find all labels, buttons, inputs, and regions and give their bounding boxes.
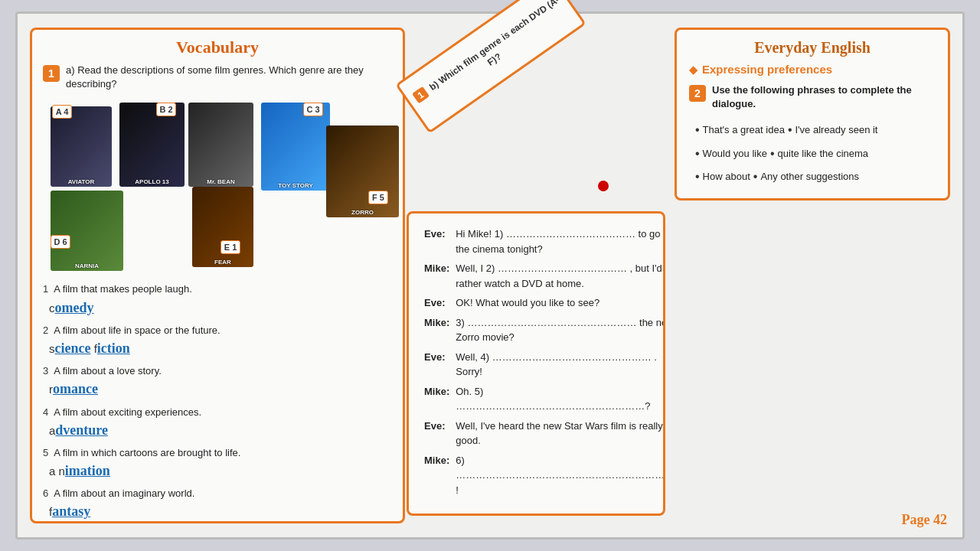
line-mike-2: 3) …………………………………………… the new Zorro movie… xyxy=(452,313,665,347)
poster-fear: FEAR xyxy=(192,187,253,267)
phrase-5: How about xyxy=(703,168,750,187)
left-panel: Vocabulary 1 a) Read the descriptions of… xyxy=(30,28,405,523)
dialogue-row-1: Eve: Hi Mike! 1) ………………………………… to go to … xyxy=(421,224,665,259)
banner-badge: 1 xyxy=(412,86,430,104)
line-eve-3: Well, 4) ………………………………………… . Sorry! xyxy=(452,347,665,382)
expressing-pref-text: Expressing preferences xyxy=(702,63,832,76)
dialogue-row-2: Mike: Well, I 2) ………………………………… , but I'd… xyxy=(421,259,665,293)
genre-list: 1 A film that makes people laugh. comedy… xyxy=(43,282,392,521)
poster-aviator: AVIATOR xyxy=(51,106,112,187)
speaker-mike-4: Mike: xyxy=(421,451,452,500)
dialogue-table: Eve: Hi Mike! 1) ………………………………… to go to … xyxy=(421,224,665,500)
section2-text: Use the following phrases to complete th… xyxy=(712,83,936,111)
dvd-label-f: F 5 xyxy=(368,191,388,204)
line-eve-4: Well, I've heard the new Star Wars film … xyxy=(452,416,665,451)
phrase-row-1: • That's a great idea • I've already see… xyxy=(692,119,936,142)
poster-zorro: ZORRO xyxy=(326,126,399,217)
speaker-eve-2: Eve: xyxy=(421,293,452,313)
dvd-label-a: A 4 xyxy=(52,105,72,119)
everyday-title: Everyday English xyxy=(689,39,936,57)
dialogue-row-6: Mike: Oh. 5) …………………………………………………? xyxy=(421,382,665,416)
page-number: Page 42 xyxy=(902,512,947,528)
dvd-label-d: D 6 xyxy=(51,235,70,249)
dvd-label-b: B 2 xyxy=(156,103,176,116)
dialogue-row-4: Mike: 3) …………………………………………… the new Zorro… xyxy=(421,313,665,347)
dialogue-row-3: Eve: OK! What would you like to see? xyxy=(421,293,665,313)
right-panel: Everyday English ◆ Expressing preference… xyxy=(675,28,950,523)
dialogue-row-7: Eve: Well, I've heard the new Star Wars … xyxy=(421,416,665,451)
phrases-list: • That's a great idea • I've already see… xyxy=(689,119,936,188)
phrase-3: Would you like xyxy=(703,145,767,164)
everyday-box: Everyday English ◆ Expressing preference… xyxy=(675,28,950,201)
phrase-2: I've already seen it xyxy=(795,121,878,140)
dialogue-row-8: Mike: 6) ………………………………………………………… ! xyxy=(421,451,665,500)
line-eve-1: Hi Mike! 1) ………………………………… to go to the c… xyxy=(452,224,665,259)
phrase-6: Any other suggestions xyxy=(760,168,859,187)
genre-item-1: 1 A film that makes people laugh. comedy xyxy=(43,282,392,317)
dvd-area: AVIATOR A 4 APOLLO 13 B 2 Mr. BEAN TOY S… xyxy=(43,99,392,275)
dialogue-row-5: Eve: Well, 4) ………………………………………… . Sorry! xyxy=(421,347,665,382)
page: Vocabulary 1 a) Read the descriptions of… xyxy=(15,11,965,540)
phrase-row-2: • Would you like • quite like the cinema xyxy=(692,142,936,165)
phrase-1: That's a great idea xyxy=(703,121,785,140)
section-1a-text: a) Read the descriptions of some film ge… xyxy=(66,64,392,91)
dialogue-box: Eve: Hi Mike! 1) ………………………………… to go to … xyxy=(407,211,665,516)
section-1a: 1 a) Read the descriptions of some film … xyxy=(43,64,392,91)
genre-item-4: 4 A film about exciting experiences. adv… xyxy=(43,406,392,440)
speaker-mike-2: Mike: xyxy=(421,313,452,347)
line-mike-4: 6) ………………………………………………………… ! xyxy=(452,451,665,500)
genre-item-5: 5 A film in which cartoons are brought t… xyxy=(43,446,392,481)
line-mike-1: Well, I 2) ………………………………… , but I'd rathe… xyxy=(452,259,665,293)
diamond-icon: ◆ xyxy=(689,64,697,76)
phrase-row-3: • How about • Any other suggestions xyxy=(692,165,936,188)
dvd-label-e: E 1 xyxy=(220,240,240,254)
genre-item-2: 2 A film about life in space or the futu… xyxy=(43,324,392,358)
line-eve-2: OK! What would you like to see? xyxy=(452,293,665,313)
section2-header: 2 Use the following phrases to complete … xyxy=(689,83,936,111)
section-1a-badge: 1 xyxy=(43,65,60,82)
speaker-mike-1: Mike: xyxy=(421,259,452,293)
dvd-label-c: C 3 xyxy=(303,103,323,116)
speaker-eve-3: Eve: xyxy=(421,347,452,382)
genre-item-6: 6 A film about an imaginary world. fanta… xyxy=(43,487,392,521)
genre-item-3: 3 A film about a love story. romance xyxy=(43,364,392,399)
dvd-banner: 1 b) Which film genre is each DVD (A-F)? xyxy=(391,20,590,89)
expressing-pref: ◆ Expressing preferences xyxy=(689,63,936,76)
middle-area: 1 b) Which film genre is each DVD (A-F)?… xyxy=(414,28,665,523)
speaker-eve-1: Eve: xyxy=(421,224,452,259)
section2-badge: 2 xyxy=(689,85,706,102)
vocab-title: Vocabulary xyxy=(43,37,392,57)
phrase-4: quite like the cinema xyxy=(778,145,869,164)
speaker-mike-3: Mike: xyxy=(421,382,452,416)
line-mike-3: Oh. 5) …………………………………………………? xyxy=(452,382,665,416)
poster-narnia: NARNIA xyxy=(51,191,123,271)
speaker-eve-4: Eve: xyxy=(421,416,452,451)
poster-mr: Mr. BEAN xyxy=(188,103,253,187)
red-dot xyxy=(598,181,609,191)
